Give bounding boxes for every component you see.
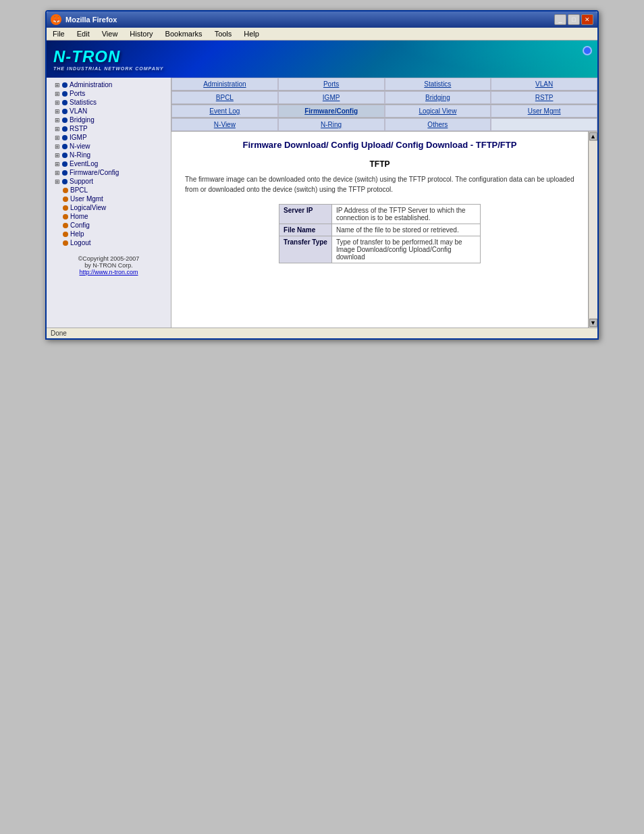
sidebar-item-rstp[interactable]: RSTP	[52, 124, 171, 133]
tab-firmware-config[interactable]: Firmware/Config	[278, 105, 385, 118]
nav-row-2: BPCL IGMP Bridging RSTP	[171, 91, 597, 105]
content-wrapper: Firmware Download/ Config Upload/ Config…	[171, 132, 597, 328]
status-bar: Done	[47, 328, 597, 338]
bullet-help	[63, 232, 68, 237]
sidebar-item-eventlog[interactable]: EventLog	[52, 159, 171, 168]
sidebar-label-firmware: Firmware/Config	[70, 169, 119, 176]
bullet-bpcl	[63, 188, 68, 193]
bullet-rstp	[62, 126, 68, 132]
banner-dot	[583, 46, 592, 55]
sidebar-item-administration[interactable]: Administration	[52, 80, 171, 89]
sidebar-label-usermgmt: User Mgmt	[70, 195, 103, 203]
sidebar-item-nview[interactable]: N-view	[52, 142, 171, 151]
menu-edit[interactable]: Edit	[75, 29, 92, 38]
close-button[interactable]: ✕	[581, 14, 593, 25]
bullet-eventlog	[62, 161, 68, 167]
sidebar-item-ports[interactable]: Ports	[52, 89, 171, 98]
sidebar-item-logout[interactable]: Logout	[52, 238, 171, 247]
content-area: Firmware Download/ Config Upload/ Config…	[171, 132, 588, 328]
bullet-administration	[62, 82, 68, 88]
sidebar-item-vlan[interactable]: VLAN	[52, 107, 171, 115]
sidebar-label-logicalview: LogicalView	[70, 204, 106, 211]
logo-subtitle: THE INDUSTRIAL NETWORK COMPANY	[53, 66, 164, 71]
value-filename: Name of the file to be stored or retriev…	[331, 224, 480, 236]
sidebar-item-config[interactable]: Config	[52, 221, 171, 230]
menu-help[interactable]: Help	[242, 29, 261, 38]
menu-tools[interactable]: Tools	[213, 29, 234, 38]
scroll-down[interactable]: ▼	[589, 319, 597, 327]
tab-bridging[interactable]: Bridging	[385, 91, 491, 104]
bullet-support	[62, 179, 68, 184]
sidebar-label-eventlog: EventLog	[70, 160, 98, 167]
tab-nview[interactable]: N-View	[171, 118, 278, 131]
bullet-igmp	[62, 135, 68, 140]
tab-administration[interactable]: Administration	[171, 78, 278, 90]
bullet-config	[63, 223, 68, 228]
status-text: Done	[51, 330, 67, 337]
sidebar-item-bpcl[interactable]: BPCL	[52, 186, 171, 194]
window-controls: _ □ ✕	[554, 14, 593, 25]
browser-title: Mozilla Firefox	[65, 16, 117, 24]
scroll-up[interactable]: ▲	[589, 132, 597, 140]
sidebar-item-support[interactable]: Support	[52, 177, 171, 186]
sidebar-item-home[interactable]: Home	[52, 212, 171, 221]
sidebar-copyright: ©Copyright 2005-2007 by N-TRON Corp. htt…	[47, 253, 171, 278]
sidebar-label-support: Support	[70, 178, 93, 185]
sidebar-item-help[interactable]: Help	[52, 230, 171, 238]
tab-vlan[interactable]: VLAN	[491, 78, 597, 90]
sidebar-label-config: Config	[70, 221, 90, 229]
sidebar-item-bridging[interactable]: Bridging	[52, 115, 171, 124]
sidebar-label-statistics: Statistics	[70, 99, 97, 106]
sidebar-label-bpcl: BPCL	[70, 186, 88, 194]
menu-history[interactable]: History	[128, 29, 155, 38]
minimize-button[interactable]: _	[554, 14, 566, 25]
copyright-link[interactable]: http://www.n-tron.com	[49, 269, 168, 276]
tab-others[interactable]: Others	[385, 118, 491, 131]
menu-file[interactable]: File	[51, 29, 67, 38]
sidebar-item-logicalview[interactable]: LogicalView	[52, 203, 171, 212]
tab-eventlog[interactable]: Event Log	[171, 105, 278, 118]
sidebar-label-bridging: Bridging	[70, 116, 95, 124]
content-subtitle: TFTP	[171, 154, 588, 172]
sidebar-item-usermgmt[interactable]: User Mgmt	[52, 194, 171, 203]
sidebar-item-firmware[interactable]: Firmware/Config	[52, 168, 171, 177]
tab-bpcl[interactable]: BPCL	[171, 91, 278, 104]
menu-view[interactable]: View	[100, 29, 120, 38]
sidebar-label-logout: Logout	[70, 239, 91, 246]
nav-row-3: Event Log Firmware/Config Logical View U…	[171, 105, 597, 118]
sidebar-label-home: Home	[70, 213, 88, 220]
tab-user-mgmt[interactable]: User Mgmt	[491, 105, 597, 118]
bullet-statistics	[62, 100, 68, 105]
nav-tabs: Administration Ports Statistics VLAN BPC…	[171, 78, 597, 132]
scrollbar[interactable]: ▲ ▼	[588, 132, 597, 328]
sidebar: Administration Ports Statistics VLAN	[47, 78, 171, 328]
logo-text: N-TRON	[53, 47, 164, 66]
sidebar-label-nring: N-Ring	[70, 151, 90, 159]
right-panel: Administration Ports Statistics VLAN BPC…	[171, 78, 597, 328]
copyright-line2: by N-TRON Corp.	[49, 262, 168, 269]
sidebar-item-nring[interactable]: N-Ring	[52, 151, 171, 159]
bullet-firmware	[62, 170, 68, 176]
table-row-filename: File Name Name of the file to be stored …	[279, 224, 481, 236]
bullet-ports	[62, 91, 68, 97]
banner: N-TRON THE INDUSTRIAL NETWORK COMPANY	[47, 41, 597, 78]
sidebar-label-nview: N-view	[70, 142, 90, 150]
label-serverip: Server IP	[279, 205, 332, 224]
sidebar-item-igmp[interactable]: IGMP	[52, 133, 171, 142]
tab-statistics[interactable]: Statistics	[385, 78, 491, 90]
sidebar-label-igmp: IGMP	[70, 134, 87, 141]
table-row-transfertype: Transfer Type Type of transfer to be per…	[279, 236, 481, 263]
sidebar-item-statistics[interactable]: Statistics	[52, 98, 171, 107]
maximize-button[interactable]: □	[568, 14, 580, 25]
info-table: Server IP IP Address of the TFTP Server …	[279, 204, 481, 263]
tab-igmp[interactable]: IGMP	[278, 91, 385, 104]
tab-logical-view[interactable]: Logical View	[385, 105, 491, 118]
tab-rstp[interactable]: RSTP	[491, 91, 597, 104]
menu-bookmarks[interactable]: Bookmarks	[163, 29, 205, 38]
tab-ports[interactable]: Ports	[278, 78, 385, 90]
bullet-bridging	[62, 118, 68, 123]
bullet-nring	[62, 153, 68, 158]
label-filename: File Name	[279, 224, 332, 236]
tab-nring[interactable]: N-Ring	[278, 118, 385, 131]
main-layout: Administration Ports Statistics VLAN	[47, 78, 597, 328]
